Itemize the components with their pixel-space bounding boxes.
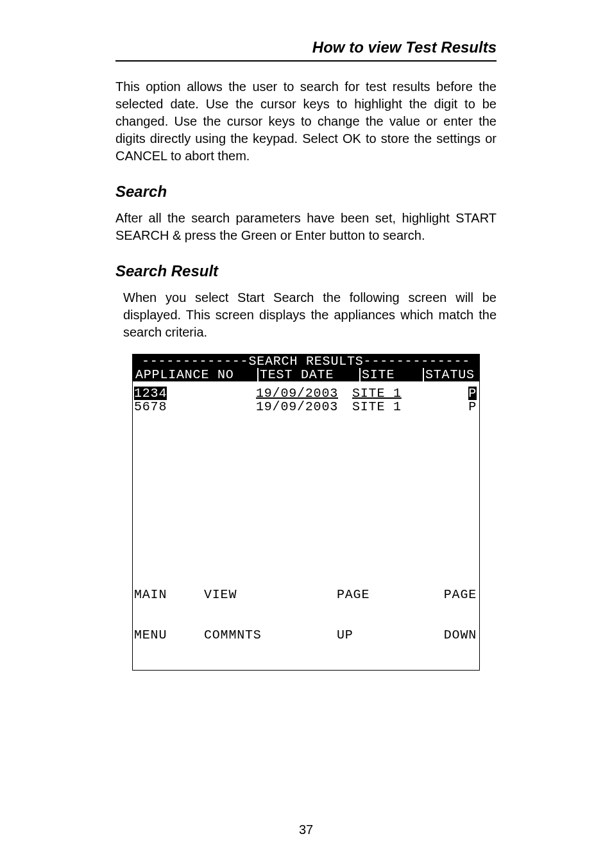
- lcd-cell-status: P: [416, 400, 479, 413]
- section-text-result: When you select Start Search the followi…: [123, 289, 497, 341]
- lcd-foot-main: MAIN: [134, 588, 204, 601]
- lcd-foot-commnts: COMMNTS: [204, 628, 274, 642]
- lcd-row: 1234 19/09/2003 SITE 1 P: [133, 387, 479, 400]
- lcd-body: 1234 19/09/2003 SITE 1 P 5678 19/09/2003…: [133, 381, 479, 561]
- lcd-foot-view: VIEW: [204, 588, 274, 601]
- page-number: 37: [0, 822, 612, 837]
- section-heading-result: Search Result: [115, 262, 497, 280]
- intro-paragraph: This option allows the user to search fo…: [115, 78, 497, 165]
- lcd-cell-date: 19/09/2003: [256, 387, 352, 400]
- lcd-header-site: SITE: [359, 368, 423, 381]
- lcd-footer: MAIN MENU VIEW COMMNTS PAGE UP PAGE DOWN: [133, 561, 479, 670]
- lcd-header-date: TEST DATE: [257, 368, 359, 381]
- lcd-title: -------------SEARCH RESULTS-------------: [133, 355, 479, 368]
- lcd-foot-pagedown1: PAGE: [407, 588, 477, 601]
- lcd-header-row: APPLIANCE NO TEST DATE SITE STATUS: [133, 368, 479, 381]
- lcd-foot-pageup2: UP: [337, 628, 407, 642]
- lcd-foot-pagedown2: DOWN: [407, 628, 477, 642]
- header-rule: [115, 60, 497, 62]
- section-heading-search: Search: [115, 183, 497, 201]
- lcd-screen: -------------SEARCH RESULTS-------------…: [132, 354, 480, 671]
- lcd-cell-appliance: 5678: [133, 400, 256, 413]
- lcd-row: 5678 19/09/2003 SITE 1 P: [133, 400, 479, 413]
- lcd-cell-site: SITE 1: [352, 387, 416, 400]
- section-text-search: After all the search parameters have bee…: [115, 210, 497, 244]
- lcd-cell-site: SITE 1: [352, 400, 416, 413]
- page-header: How to view Test Results: [115, 38, 497, 56]
- lcd-header-appliance: APPLIANCE NO: [133, 368, 257, 381]
- lcd-cell-date: 19/09/2003: [256, 400, 352, 413]
- lcd-foot-pageup1: PAGE: [337, 588, 407, 601]
- lcd-foot-menu: MENU: [134, 628, 204, 642]
- lcd-cell-status: P: [468, 387, 477, 400]
- lcd-cell-appliance: 1234: [134, 387, 167, 400]
- lcd-header-status: STATUS: [423, 368, 479, 381]
